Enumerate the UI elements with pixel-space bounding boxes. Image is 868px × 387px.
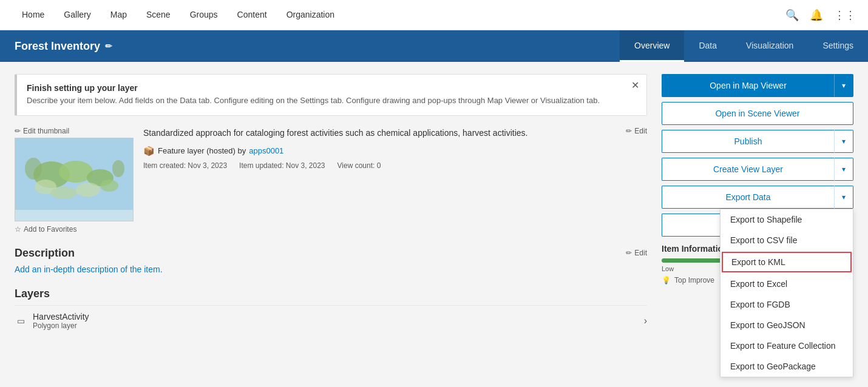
nav-content[interactable]: Content [228,0,277,30]
lightbulb-icon: 💡 [662,276,671,284]
publish-dropdown-button[interactable]: ▾ [834,130,853,153]
content-left: Finish setting up your layer Describe yo… [15,74,662,375]
export-data-button[interactable]: Export Data [662,186,834,209]
export-geopackage-item[interactable]: Export to GeoPackage [721,356,853,377]
layer-name: HarvestActivity [33,312,89,321]
top-nav-links: Home Gallery Map Scene Groups Content Or… [12,0,785,30]
secondary-nav-title: Forest Inventory ✏ [15,30,620,62]
page-title: Forest Inventory [15,40,100,53]
edit-desc-pencil-icon: ✏ [626,127,632,135]
edit-title-icon[interactable]: ✏ [105,41,112,51]
tab-overview[interactable]: Overview [620,30,684,62]
layer-icon: ▭ [15,315,27,327]
item-dates: Item created: Nov 3, 2023 Item updated: … [143,161,647,170]
publish-wrapper: Publish ▾ [662,130,853,153]
publish-button[interactable]: Publish [662,130,834,153]
top-nav: Home Gallery Map Scene Groups Content Or… [0,0,868,30]
item-description-text: Standardized approach for cataloging for… [143,127,647,140]
tab-settings[interactable]: Settings [808,30,868,62]
item-meta: ✏ Edit thumbnail [15,127,647,234]
thumbnail-area: ✏ Edit thumbnail [15,127,134,234]
alert-title: Finish setting up your layer [27,83,622,93]
layer-type-icon: 📦 [143,146,155,156]
bell-icon[interactable]: 🔔 [810,8,823,22]
layers-section: Layers ▭ HarvestActivity Polygon layer › [15,288,647,336]
svg-point-5 [50,187,77,199]
add-description-link[interactable]: Add an in-depth description of the item. [15,264,163,274]
layers-item: ▭ HarvestActivity Polygon layer › [15,305,647,336]
alert-close-button[interactable]: ✕ [631,81,639,90]
svg-point-9 [112,160,124,177]
view-count: View count: 0 [337,161,381,170]
edit-description-link[interactable]: ✏ Edit [626,127,647,135]
nav-organization[interactable]: Organization [277,0,344,30]
nav-scene[interactable]: Scene [137,0,180,30]
improve-tip-text: Top Improve [674,276,714,284]
thumbnail-image [15,138,134,221]
create-view-layer-button[interactable]: Create View Layer [662,158,834,181]
layer-owner-link[interactable]: apps0001 [249,146,283,155]
item-details: ✏ Edit Standardized approach for catalog… [143,127,647,234]
export-data-dropdown-button[interactable]: ▾ [834,186,853,209]
quality-bar-fill [662,258,729,263]
layers-title: Layers [15,288,647,300]
open-map-viewer-wrapper: Open in Map Viewer ▾ [662,74,853,97]
secondary-nav: Forest Inventory ✏ Overview Data Visuali… [0,30,868,62]
item-updated: Item updated: Nov 3, 2023 [239,161,325,170]
nav-home[interactable]: Home [12,0,54,30]
export-geojson-item[interactable]: Export to GeoJSON [721,315,853,335]
item-created: Item created: Nov 3, 2023 [143,161,227,170]
export-feature-collection-item[interactable]: Export to Feature Collection [721,335,853,356]
open-map-viewer-button[interactable]: Open in Map Viewer [662,74,834,97]
svg-rect-10 [15,210,134,221]
description-section: Description ✏ Edit Add an in-depth descr… [15,247,647,274]
nav-groups[interactable]: Groups [180,0,228,30]
export-shapefile-item[interactable]: Export to Shapefile [721,209,853,230]
svg-point-8 [25,158,42,180]
right-sidebar: Open in Map Viewer ▾ Open in Scene Viewe… [662,74,853,375]
open-map-viewer-dropdown-button[interactable]: ▾ [834,74,853,97]
tab-visualization[interactable]: Visualization [731,30,808,62]
nav-map[interactable]: Map [101,0,137,30]
svg-point-7 [100,180,118,192]
quality-low-label: Low [662,265,674,272]
open-scene-viewer-button[interactable]: Open in Scene Viewer [662,102,853,125]
export-kml-item[interactable]: Export to KML [722,252,852,272]
create-view-layer-dropdown-button[interactable]: ▾ [834,158,853,181]
main-content: Finish setting up your layer Describe yo… [0,62,868,387]
grid-icon[interactable]: ⋮⋮ [834,8,856,22]
item-layer-info: 📦 Feature layer (hosted) by apps0001 [143,146,647,156]
export-dropdown-menu: Export to Shapefile Export to CSV file E… [720,209,853,377]
top-nav-icons: 🔍 🔔 ⋮⋮ [785,8,856,22]
edit-thumbnail-link[interactable]: ✏ Edit thumbnail [15,127,134,135]
star-icon: ☆ [15,225,21,234]
search-icon[interactable]: 🔍 [785,8,799,22]
alert-description: Describe your item below. Add fields on … [27,95,622,107]
description-title: Description [15,247,75,260]
add-to-favorites[interactable]: ☆ Add to Favorites [15,225,134,234]
nav-gallery[interactable]: Gallery [54,0,100,30]
export-excel-item[interactable]: Export to Excel [721,274,853,294]
description-edit-link[interactable]: ✏ Edit [626,249,647,257]
layer-info-block: HarvestActivity Polygon layer [33,312,89,330]
create-view-layer-wrapper: Create View Layer ▾ [662,158,853,181]
layer-info-text: Feature layer (hosted) by [158,146,246,155]
secondary-nav-tabs: Overview Data Visualization Settings [620,30,868,62]
alert-banner: Finish setting up your layer Describe yo… [15,74,647,116]
layer-chevron-icon[interactable]: › [644,315,647,326]
export-fgdb-item[interactable]: Export to FGDB [721,294,853,315]
export-data-wrapper: Export Data ▾ Export to Shapefile Export… [662,186,853,209]
export-csv-item[interactable]: Export to CSV file [721,230,853,251]
tab-data[interactable]: Data [684,30,731,62]
layer-type: Polygon layer [33,321,89,330]
pencil-icon: ✏ [15,127,21,135]
svg-point-6 [76,183,100,197]
description-edit-icon: ✏ [626,249,632,257]
description-header: Description ✏ Edit [15,247,647,260]
